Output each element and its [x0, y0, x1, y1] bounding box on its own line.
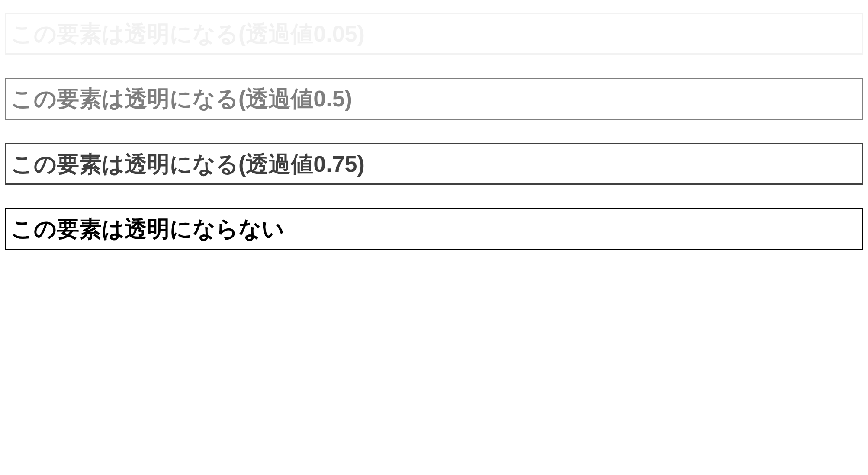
opacity-demo-text: この要素は透明になる(透過値0.75) — [11, 151, 365, 177]
opacity-demo-text: この要素は透明にならない — [11, 216, 284, 241]
opacity-demo-box-005: この要素は透明になる(透過値0.05) — [5, 13, 863, 55]
opacity-demo-box-075: この要素は透明になる(透過値0.75) — [5, 143, 863, 185]
opacity-demo-text: この要素は透明になる(透過値0.05) — [11, 21, 365, 46]
opacity-demo-box-100: この要素は透明にならない — [5, 208, 863, 250]
opacity-demo-text: この要素は透明になる(透過値0.5) — [11, 86, 352, 111]
opacity-demo-box-050: この要素は透明になる(透過値0.5) — [5, 78, 863, 119]
